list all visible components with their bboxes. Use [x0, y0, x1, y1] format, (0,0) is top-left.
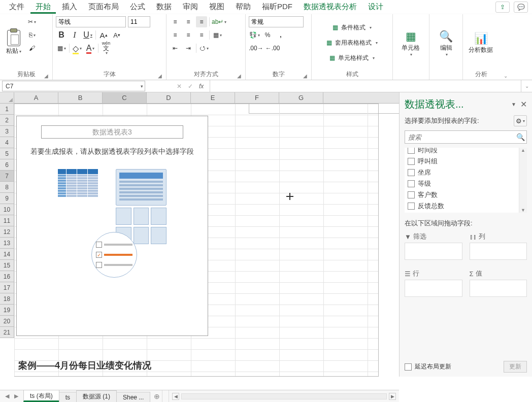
- ribbon-collapse-icon[interactable]: ⌄: [504, 73, 508, 79]
- bold-button[interactable]: B: [56, 29, 67, 41]
- field-item[interactable]: 时间段: [405, 148, 527, 156]
- row-header[interactable]: 8: [0, 182, 14, 193]
- row-header[interactable]: 5: [0, 148, 14, 159]
- editing-button[interactable]: 🔍编辑: [433, 16, 459, 71]
- col-header-g[interactable]: G: [279, 92, 323, 103]
- align-middle-button[interactable]: ≡: [183, 16, 194, 27]
- filters-area[interactable]: ▼筛选: [405, 232, 462, 260]
- spreadsheet-grid[interactable]: A B C D E F G 12345678910111213141516171…: [0, 92, 399, 377]
- row-header[interactable]: 1: [0, 104, 14, 115]
- field-item[interactable]: 反馈总数: [405, 200, 527, 212]
- increase-decimal-button[interactable]: .00→: [249, 43, 263, 54]
- col-header-b[interactable]: B: [58, 92, 103, 103]
- menu-help[interactable]: 帮助: [230, 0, 256, 14]
- pane-options-icon[interactable]: ▼: [511, 102, 516, 107]
- increase-indent-button[interactable]: ⇥: [183, 43, 194, 54]
- decrease-decimal-button[interactable]: ←.00: [265, 43, 280, 54]
- comma-button[interactable]: ,: [275, 29, 286, 41]
- menu-insert[interactable]: 插入: [57, 0, 82, 14]
- orientation-button[interactable]: ⭯: [198, 43, 210, 54]
- pane-close-icon[interactable]: ✕: [520, 99, 527, 109]
- clipboard-dialog-icon[interactable]: ◢: [44, 73, 48, 79]
- field-search[interactable]: 🔍: [405, 130, 527, 144]
- row-header[interactable]: 9: [0, 193, 14, 204]
- row-header[interactable]: 15: [0, 260, 14, 271]
- font-name-combo[interactable]: [56, 16, 126, 27]
- merge-center-button[interactable]: ▦: [212, 29, 223, 41]
- formula-expand-icon[interactable]: ⌄: [521, 80, 532, 92]
- row-header[interactable]: 16: [0, 271, 14, 282]
- decrease-font-button[interactable]: A▾: [111, 29, 122, 41]
- field-item[interactable]: 呼叫组: [405, 156, 527, 167]
- col-header-a[interactable]: A: [14, 92, 58, 103]
- format-painter-button[interactable]: 🖌: [26, 43, 38, 54]
- underline-button[interactable]: U: [82, 29, 93, 41]
- pivot-placeholder[interactable]: 数据透视表3 若要生成报表，请从数据透视表字段列表中选择字段: [16, 116, 208, 336]
- analyze-data-button[interactable]: 📊分析数据: [466, 16, 495, 69]
- search-icon[interactable]: 🔍: [514, 133, 526, 141]
- sheet-tab[interactable]: ts: [59, 392, 77, 402]
- row-header[interactable]: 14: [0, 249, 14, 260]
- row-header[interactable]: 10: [0, 204, 14, 215]
- gear-icon[interactable]: ⚙: [514, 115, 527, 126]
- row-header[interactable]: 4: [0, 137, 14, 148]
- field-item[interactable]: 客户数: [405, 189, 527, 200]
- row-header[interactable]: 7: [0, 171, 14, 182]
- add-sheet-button[interactable]: ⊕: [152, 390, 162, 402]
- row-header[interactable]: 17: [0, 282, 14, 293]
- font-dialog-icon[interactable]: ◢: [158, 73, 162, 79]
- menu-foxit-pdf[interactable]: 福昕PDF: [257, 0, 297, 14]
- columns-area[interactable]: ⫿⫿列: [470, 232, 527, 260]
- field-search-input[interactable]: [405, 133, 514, 141]
- scroll-right-icon[interactable]: ▶: [389, 393, 396, 400]
- align-center-button[interactable]: ≡: [183, 29, 194, 41]
- confirm-formula-icon[interactable]: ✓: [188, 83, 193, 90]
- col-header-f[interactable]: F: [235, 92, 279, 103]
- sheet-tab[interactable]: ts (布局): [23, 390, 59, 402]
- menu-file[interactable]: 文件: [4, 0, 29, 14]
- percent-button[interactable]: %: [262, 29, 273, 41]
- menu-design[interactable]: 设计: [363, 0, 388, 14]
- menu-page-layout[interactable]: 页面布局: [83, 0, 124, 14]
- row-header[interactable]: 11: [0, 215, 14, 226]
- checkbox-icon[interactable]: [408, 203, 415, 210]
- field-item[interactable]: 坐席: [405, 167, 527, 178]
- phonetic-guide-button[interactable]: wén文: [101, 43, 112, 54]
- row-header[interactable]: 13: [0, 238, 14, 249]
- number-format-combo[interactable]: [249, 16, 304, 27]
- cell-styles-button[interactable]: ▦单元格样式: [315, 52, 389, 63]
- menu-data[interactable]: 数据: [151, 0, 177, 14]
- formula-input[interactable]: [210, 80, 521, 92]
- menu-review[interactable]: 审阅: [178, 0, 203, 14]
- menu-home[interactable]: 开始: [30, 0, 56, 14]
- font-color-button[interactable]: A: [85, 43, 96, 54]
- checkbox-icon[interactable]: [408, 169, 415, 176]
- fill-color-button[interactable]: ◇: [72, 43, 83, 54]
- checkbox-icon[interactable]: [408, 191, 415, 198]
- copy-button[interactable]: ⎘: [26, 29, 38, 41]
- update-button[interactable]: 更新: [504, 361, 527, 373]
- decrease-indent-button[interactable]: ⇤: [170, 43, 181, 54]
- row-header[interactable]: 12: [0, 226, 14, 238]
- row-header[interactable]: 18: [0, 293, 14, 305]
- name-box[interactable]: C7▾: [2, 81, 145, 91]
- menu-pivot-analyze[interactable]: 数据透视表分析: [298, 0, 362, 14]
- share-icon[interactable]: ⇪: [495, 2, 510, 13]
- alignment-dialog-icon[interactable]: ◢: [237, 73, 241, 79]
- font-size-combo[interactable]: [128, 16, 150, 27]
- row-header[interactable]: 19: [0, 305, 14, 316]
- checkbox-icon[interactable]: [408, 180, 415, 187]
- row-header[interactable]: 20: [0, 316, 14, 327]
- accounting-format-button[interactable]: 💱: [249, 29, 260, 41]
- tab-nav-prev-icon[interactable]: ◀: [5, 393, 9, 399]
- col-header-d[interactable]: D: [147, 92, 191, 103]
- col-header-e[interactable]: E: [191, 92, 235, 103]
- align-left-button[interactable]: ≡: [170, 29, 181, 41]
- format-as-table-button[interactable]: ▦套用表格格式: [315, 37, 389, 48]
- comments-icon[interactable]: 💬: [514, 2, 528, 13]
- cut-button[interactable]: ✂: [26, 16, 38, 27]
- scroll-left-icon[interactable]: ◀: [172, 393, 179, 400]
- align-right-button[interactable]: ≡: [196, 29, 207, 41]
- align-bottom-button[interactable]: ≡: [196, 16, 207, 27]
- increase-font-button[interactable]: A▴: [98, 29, 109, 41]
